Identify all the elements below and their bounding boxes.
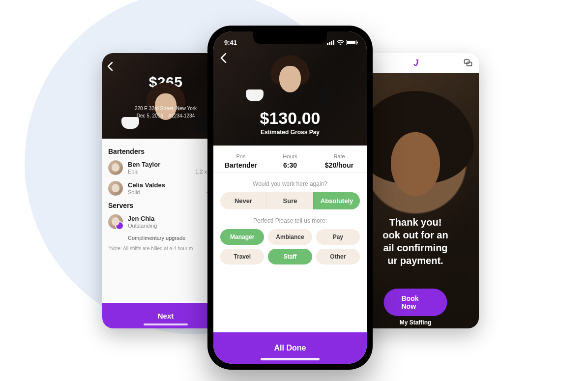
thank-you-line: ur payment. [355, 254, 476, 267]
col-value: Bartender [216, 161, 265, 169]
section-title-servers: Servers [108, 202, 223, 209]
col-header: Pos [216, 153, 265, 159]
hero-illustration [261, 55, 320, 114]
staff-rating: Solid [128, 189, 140, 195]
billing-footnote: *Note: All shifts are billed at a 4 hour… [108, 246, 223, 251]
next-button-label: Next [158, 312, 174, 320]
seg-option-sure[interactable]: Sure [266, 192, 313, 209]
home-indicator [261, 358, 320, 360]
staff-row[interactable]: Celia Valdes Solid 4:00* x [108, 181, 223, 196]
chip-pay[interactable]: Pay [316, 229, 360, 245]
brand-logo: J [413, 58, 417, 68]
seg-option-never[interactable]: Never [220, 192, 266, 209]
section-title-bartenders: Bartenders [108, 147, 223, 155]
wifi-icon [337, 40, 344, 45]
svg-rect-5 [333, 40, 334, 45]
summary-col-rate: Rate $20/hour [315, 153, 364, 169]
gross-pay-label: Estimated Gross Pay [261, 129, 320, 136]
venue-meta: Dec 5, 2016 #1234-1234 [137, 113, 195, 118]
summary-col-hours: Hours 6:30 [265, 153, 315, 169]
feedback-chips: Manager Ambiance Pay Travel Staff Other [220, 229, 360, 264]
col-header: Hours [265, 153, 315, 159]
col-value: 6:30 [265, 161, 315, 169]
hero-portrait [379, 113, 452, 211]
avatar [108, 160, 123, 175]
col-header: Rate [315, 153, 364, 159]
chip-other[interactable]: Other [316, 249, 360, 264]
staff-row[interactable]: Jen Chia Outstanding 8:00 x [108, 214, 223, 229]
phone-center-frame: 9:41 $130.00 Estimated Gross Pay [207, 26, 373, 370]
home-indicator [144, 323, 188, 325]
venue-address: 220 E 32rd Street, New York [135, 106, 197, 111]
chip-staff[interactable]: Staff [268, 249, 312, 264]
avatar [108, 214, 123, 229]
col-value: $20/hour [315, 161, 364, 169]
summary-col-pos: Pos Bartender [216, 153, 265, 169]
book-now-label: Book Now [402, 294, 419, 310]
shift-summary: Pos Bartender Hours 6:30 Rate $20/hour [213, 146, 367, 173]
feedback-question-2: Perfect! Please tell us more: [213, 217, 367, 224]
all-done-label: All Done [274, 344, 306, 352]
staff-rating: Epic [128, 169, 138, 175]
seg-option-absolutely[interactable]: Absolutely [313, 192, 360, 209]
status-time: 9:41 [224, 39, 237, 46]
chip-travel[interactable]: Travel [220, 249, 264, 264]
stage: $265 Grand Total 220 E 32rd Street, New … [0, 0, 588, 381]
svg-rect-8 [357, 41, 358, 43]
thank-you-line: Thank you! [355, 216, 476, 229]
device-notch [253, 31, 327, 44]
book-now-button[interactable]: Book Now [384, 289, 447, 316]
chat-icon[interactable] [463, 58, 473, 68]
svg-rect-2 [327, 43, 328, 45]
staff-rating: Outstanding [128, 223, 157, 229]
back-icon[interactable] [220, 53, 227, 65]
avatar [108, 181, 123, 196]
hero-illustration [136, 83, 195, 142]
signal-icon [327, 40, 335, 45]
chip-manager[interactable]: Manager [220, 229, 264, 245]
event-date: Dec 5, 2016 [137, 113, 163, 118]
event-ref: #1234-1234 [169, 113, 195, 118]
svg-rect-4 [331, 41, 332, 45]
chip-ambiance[interactable]: Ambiance [268, 229, 312, 245]
svg-rect-3 [329, 42, 330, 45]
phone-center: 9:41 $130.00 Estimated Gross Pay [213, 31, 367, 364]
upgrade-badge-icon [115, 221, 124, 230]
feedback-question-1: Would you work here again? [213, 180, 367, 187]
back-icon[interactable] [107, 62, 113, 73]
all-done-button[interactable]: All Done [213, 332, 367, 364]
status-icons [327, 40, 358, 45]
staff-row[interactable]: Ben Taylor Epic 1.2 x 6:30 x [108, 160, 223, 175]
feedback-segmented: Never Sure Absolutely [220, 192, 360, 209]
thank-you-line: ook out for an [355, 229, 476, 241]
svg-rect-7 [347, 41, 355, 44]
thank-you-line: ail confirming [355, 241, 476, 254]
battery-icon [346, 40, 358, 45]
